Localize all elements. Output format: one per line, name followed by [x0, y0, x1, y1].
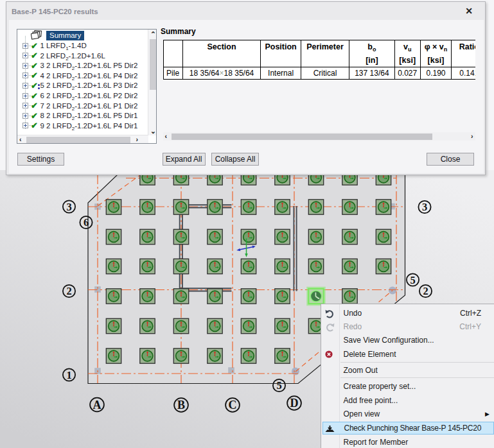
svg-text:5: 5	[276, 379, 281, 392]
svg-text:3: 3	[66, 201, 71, 213]
svg-text:3: 3	[422, 201, 427, 213]
svg-text:C: C	[229, 399, 237, 411]
svg-text:1: 1	[66, 369, 71, 381]
svg-text:B: B	[177, 399, 185, 411]
svg-text:2: 2	[423, 285, 428, 297]
svg-text:2: 2	[66, 285, 71, 297]
svg-text:6: 6	[84, 216, 89, 228]
svg-text:5: 5	[410, 274, 415, 286]
svg-text:D: D	[290, 397, 299, 409]
svg-text:A: A	[93, 399, 101, 411]
